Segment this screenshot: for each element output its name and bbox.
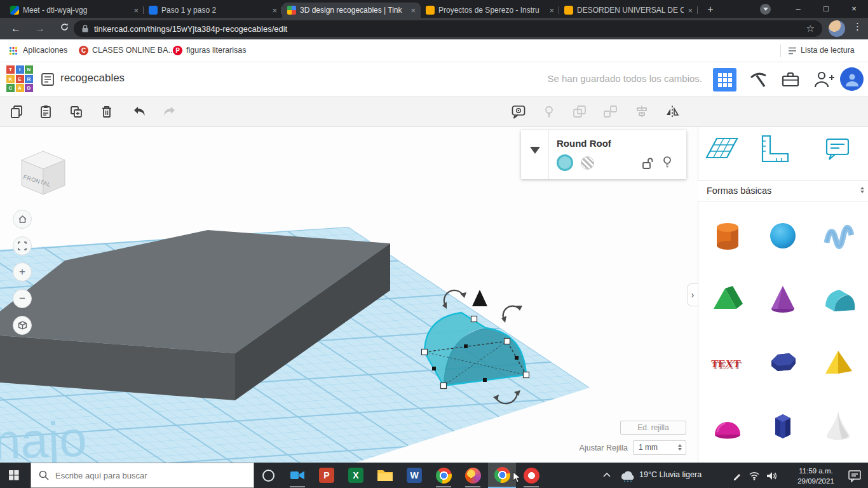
undo-icon[interactable] (132, 104, 147, 119)
shape-scribble[interactable] (811, 205, 865, 266)
notes-tool-icon[interactable] (825, 136, 850, 161)
shape-polygon[interactable] (756, 332, 810, 393)
tab-tinkercad-active[interactable]: 3D design recogecables | Tink × (282, 3, 421, 18)
design-properties-icon[interactable] (41, 72, 55, 86)
apps-shortcut[interactable]: Aplicaciones (23, 46, 67, 55)
minimize-button[interactable]: – (784, 0, 812, 18)
transparent-swatch[interactable] (581, 156, 594, 170)
shape-category-select[interactable]: Formas básicas (698, 180, 868, 201)
bookmark-figuras[interactable]: figuras literarisas (186, 46, 246, 55)
toolbox-icon[interactable] (780, 70, 801, 89)
tab-close-icon[interactable]: × (688, 6, 693, 15)
tab-close-icon[interactable]: × (549, 6, 554, 15)
tray-chevron-icon[interactable] (602, 471, 611, 479)
invite-person-icon[interactable] (813, 70, 836, 89)
back-button[interactable]: ← (8, 21, 24, 36)
bookmark-star-icon[interactable]: ☆ (806, 23, 815, 34)
shape-round-roof[interactable] (811, 268, 865, 329)
maximize-button[interactable]: □ (812, 0, 840, 18)
tinkercad-logo[interactable]: TIN KER CAD (6, 65, 34, 93)
tinker-pickaxe-icon[interactable] (749, 70, 768, 89)
tab-close-icon[interactable]: × (133, 6, 139, 15)
browser-menu-icon[interactable]: ⋮ (853, 21, 862, 32)
tab-paso[interactable]: Paso 1 y paso 2 × (144, 3, 282, 18)
reading-list[interactable]: Lista de lectura (801, 46, 855, 55)
paste-icon[interactable] (38, 104, 53, 119)
shape-sphere[interactable] (756, 205, 810, 266)
mirror-icon[interactable] (665, 104, 680, 119)
ruler-tool-icon[interactable] (757, 133, 790, 164)
taskbar-clock[interactable]: 11:59 a.m. 29/09/2021 (790, 466, 841, 486)
shape-half-sphere[interactable] (701, 395, 754, 456)
address-bar[interactable]: tinkercad.com/things/15wYjta384p-recogec… (74, 20, 822, 37)
volume-icon[interactable] (766, 471, 778, 481)
lock-icon[interactable] (642, 157, 653, 170)
pen-icon[interactable] (732, 471, 742, 481)
action-center-icon[interactable] (848, 470, 862, 482)
color-swatch[interactable] (557, 154, 573, 171)
edit-grid-button[interactable]: Ed. rejilla (620, 421, 686, 435)
round-roof-shape[interactable] (424, 313, 526, 386)
tab-close-icon[interactable]: × (410, 6, 416, 15)
shape-cylinder[interactable] (701, 205, 754, 266)
cone-icon (765, 281, 801, 316)
camera-app-button[interactable] (283, 463, 311, 488)
forward-button[interactable]: → (32, 21, 48, 36)
redo-icon[interactable] (161, 104, 177, 119)
dashboard-grid-button[interactable] (713, 68, 736, 92)
browser-2-button[interactable] (459, 463, 487, 488)
comment-view-icon[interactable] (511, 104, 526, 119)
duplicate-icon[interactable] (69, 104, 84, 119)
file-explorer-button[interactable] (371, 463, 399, 488)
view-cube[interactable]: FRONTAL (14, 145, 72, 200)
proyectos-favicon-icon (426, 6, 435, 15)
tab-proyectos[interactable]: Proyectos de Sperezo - Instru × (421, 3, 559, 18)
home-view-button[interactable] (13, 210, 32, 229)
wifi-icon[interactable] (749, 471, 760, 480)
shape-paraboloid[interactable] (811, 395, 865, 456)
inspector-collapse-button[interactable] (521, 130, 549, 179)
zoom-in-button[interactable]: + (13, 262, 32, 281)
bookmark-clases[interactable]: CLASES ONLINE BA... (92, 46, 175, 55)
powerpoint-button[interactable]: P (313, 463, 341, 488)
tab-search-icon[interactable] (760, 4, 771, 15)
search-icon (39, 470, 49, 480)
ungroup-icon[interactable] (602, 104, 618, 119)
shape-text[interactable]: TEXT TEXT (701, 332, 754, 393)
weather-text[interactable]: 19°C Lluvia ligera (639, 470, 702, 479)
taskbar-search[interactable] (31, 463, 254, 488)
excel-button[interactable]: X (342, 463, 370, 488)
delete-icon[interactable] (99, 104, 114, 119)
shape-hex-prism[interactable] (756, 395, 810, 456)
browser-avatar[interactable] (829, 20, 845, 37)
align-icon[interactable] (634, 104, 649, 119)
group-icon[interactable] (572, 104, 587, 119)
user-avatar[interactable] (840, 67, 864, 91)
chrome-button[interactable] (430, 463, 458, 488)
word-button[interactable]: W (400, 463, 428, 488)
new-tab-button[interactable]: + (703, 3, 718, 18)
tab-meet[interactable]: Meet - dti-wyaj-vgg × (5, 3, 144, 18)
refresh-button[interactable] (56, 21, 72, 36)
apps-grid-icon[interactable] (9, 46, 18, 55)
design-title[interactable]: recogecables (60, 72, 125, 85)
tab-desorden[interactable]: DESORDEN UNIVERSAL DE C × (559, 3, 698, 18)
tips-bulb-icon[interactable] (541, 104, 557, 119)
raise-handle-cone[interactable] (472, 290, 487, 306)
copy-icon[interactable] (9, 104, 24, 119)
zoom-out-button[interactable]: − (13, 289, 32, 308)
fit-view-button[interactable] (13, 236, 32, 255)
workplane-tool-icon[interactable] (704, 133, 740, 163)
perspective-toggle-button[interactable] (13, 316, 32, 335)
shape-pyramid[interactable] (811, 332, 865, 393)
shape-roof[interactable] (701, 268, 754, 329)
search-input[interactable] (55, 471, 233, 480)
start-button[interactable] (0, 463, 28, 488)
close-button[interactable]: × (840, 0, 868, 18)
tab-close-icon[interactable]: × (272, 6, 277, 15)
snap-grid-select[interactable]: 1 mm (633, 440, 686, 455)
shape-cone[interactable] (756, 268, 810, 329)
cortana-button[interactable] (254, 463, 282, 488)
lightbulb-icon[interactable] (662, 156, 672, 170)
panel-collapse-handle[interactable]: › (687, 283, 698, 306)
